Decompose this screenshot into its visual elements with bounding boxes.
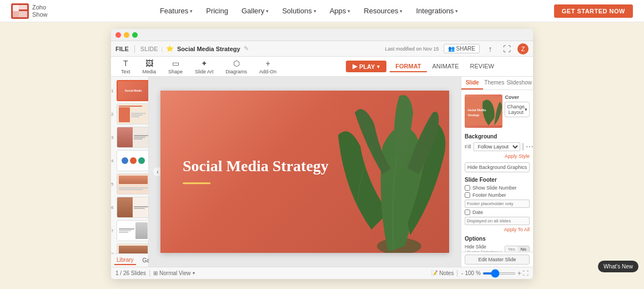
footer-num-label: Footer Number — [472, 192, 506, 198]
zoho-logo-icon — [11, 3, 29, 19]
play-icon: ▶ — [353, 63, 357, 70]
slide-thumb-1[interactable]: Social Media — [117, 80, 148, 101]
tab-review[interactable]: REVIEW — [465, 61, 500, 72]
nav-pricing[interactable]: Pricing — [200, 4, 234, 17]
view-arrow: ▾ — [193, 271, 195, 276]
insert-slide-art-label: Slide Art — [195, 69, 214, 74]
apply-to-all-link[interactable]: Apply To All — [465, 227, 530, 232]
zoom-in-button[interactable]: + — [517, 270, 521, 277]
slide-num-2: 2 — [111, 112, 113, 117]
notes-icon: 📝 — [431, 270, 437, 276]
upload-icon[interactable]: ↑ — [484, 43, 496, 55]
document-name[interactable]: Social Media Strategy — [177, 46, 240, 52]
zoom-slider[interactable] — [482, 272, 516, 275]
bottom-divider-1 — [149, 270, 150, 277]
slide-8-preview — [117, 244, 148, 253]
app-toolbar: FILE SLIDE | ⭐ Social Media Strategy ✎ L… — [111, 41, 533, 57]
play-label: PLAY — [359, 63, 375, 70]
fill-row: Fill Follow Layout Solid Gradient ⋯ — [465, 142, 530, 151]
fill-color-swatch[interactable] — [522, 143, 524, 151]
file-menu[interactable]: FILE — [115, 46, 129, 52]
insert-media[interactable]: 🖼 Media — [138, 58, 161, 76]
hide-slide-label: Hide Slide ( During Slideshow ) — [465, 244, 505, 252]
edit-master-slide-button[interactable]: Edit Master Slide — [465, 255, 530, 265]
fill-options-icon[interactable]: ⋯ — [526, 142, 534, 151]
plant-decoration — [327, 91, 449, 253]
hide-slide-yes[interactable]: Yes — [505, 246, 518, 252]
zoom-out-button[interactable]: - — [461, 270, 463, 277]
slide-art-icon: ✦ — [201, 59, 208, 68]
slide-title: Social Media Strategy — [183, 157, 329, 176]
footer-num-checkbox[interactable] — [465, 192, 470, 198]
insert-slide-art[interactable]: ✦ Slide Art — [190, 58, 218, 76]
slide-thumb-7[interactable] — [117, 220, 148, 241]
change-layout-arrow: ▾ — [525, 107, 527, 112]
nav-apps[interactable]: Apps ▾ — [324, 4, 356, 17]
canvas-area: ‹ — [149, 77, 461, 267]
slide-thumb-8[interactable] — [117, 243, 148, 253]
canvas-text-block[interactable]: Social Media Strategy — [183, 157, 329, 184]
insert-addon[interactable]: + Add-On — [255, 58, 281, 76]
change-layout-button[interactable]: Change Layout ▾ — [505, 102, 530, 117]
grid-view-icon: ⊞ — [153, 270, 158, 276]
tab-themes[interactable]: Themes — [483, 77, 505, 89]
share-button[interactable]: 👥 SHARE — [444, 44, 480, 53]
insert-text[interactable]: T Text — [117, 58, 135, 76]
library-tab[interactable]: Library — [114, 256, 136, 265]
slide-8-wrapper: 8 — [117, 243, 143, 253]
slide-thumb-5[interactable] — [117, 173, 148, 195]
diagrams-icon: ⬡ — [233, 59, 240, 68]
whats-new-badge[interactable]: What's New — [598, 261, 638, 272]
slide-thumb-4[interactable] — [117, 150, 148, 171]
play-arrow: ▾ — [377, 64, 380, 69]
date-placeholder-input[interactable] — [465, 217, 530, 225]
play-button[interactable]: ▶ PLAY ▾ — [346, 61, 386, 72]
fullscreen-zoom-icon[interactable]: ⛶ — [523, 270, 529, 276]
apply-style-link[interactable]: Apply Style — [465, 153, 530, 159]
insert-shape[interactable]: ▭ Shape — [164, 58, 187, 76]
show-slide-num-checkbox[interactable] — [465, 185, 470, 191]
maximize-dot[interactable] — [132, 32, 138, 38]
fullscreen-icon[interactable]: ⛶ — [501, 43, 513, 55]
slide-2-preview — [117, 104, 148, 124]
slide-4-preview — [117, 151, 148, 171]
slide-5-preview — [117, 174, 148, 194]
options-section: Options Hide Slide ( During Slideshow ) … — [465, 236, 530, 252]
date-checkbox[interactable] — [465, 210, 470, 215]
nav-gallery[interactable]: Gallery ▾ — [236, 4, 274, 17]
nav-features[interactable]: Features ▾ — [154, 4, 198, 17]
logo[interactable]: Zoho Show — [11, 3, 48, 19]
insert-diagrams[interactable]: ⬡ Diagrams — [222, 58, 252, 76]
tab-animate[interactable]: ANIMATE — [427, 61, 465, 72]
view-selector[interactable]: ⊞ Normal View ▾ — [153, 270, 195, 276]
hide-slide-no[interactable]: No — [518, 246, 529, 252]
tab-format[interactable]: FORMAT — [390, 61, 426, 72]
slide-num-8: 8 — [111, 252, 113, 254]
slide-canvas[interactable]: Social Media Strategy — [160, 91, 449, 253]
get-started-button[interactable]: GET STARTED NOW — [554, 4, 633, 18]
slide-thumb-6[interactable] — [117, 197, 148, 218]
current-slide-indicator: 1 / 26 Slides — [115, 270, 146, 276]
insert-diagrams-label: Diagrams — [226, 69, 248, 74]
account-icon[interactable]: Z — [517, 43, 529, 54]
nav-solutions[interactable]: Solutions ▾ — [276, 4, 321, 17]
app-window: FILE SLIDE | ⭐ Social Media Strategy ✎ L… — [111, 29, 533, 279]
nav-integrations[interactable]: Integrations ▾ — [410, 4, 464, 17]
close-dot[interactable] — [115, 32, 121, 38]
tab-slide[interactable]: Slide — [461, 77, 483, 89]
format-tabs: FORMAT ANIMATE REVIEW — [390, 61, 500, 72]
slide-thumb-2[interactable] — [117, 103, 148, 124]
insert-toolbar: T Text 🖼 Media ▭ Shape ✦ Slide Art ⬡ Dia… — [111, 57, 533, 77]
nav-resources[interactable]: Resources ▾ — [358, 4, 408, 17]
footer-placeholder-input[interactable] — [465, 200, 530, 208]
notes-button[interactable]: 📝 Notes — [431, 270, 454, 276]
media-icon: 🖼 — [145, 59, 153, 68]
tab-slideshow[interactable]: Slideshow — [505, 77, 533, 89]
svg-text:Strategy: Strategy — [467, 113, 480, 117]
hide-slide-toggle[interactable]: Yes No — [505, 246, 530, 252]
slide-thumb-3[interactable] — [117, 127, 148, 148]
hide-background-button[interactable]: Hide Background Graphics — [465, 162, 530, 172]
fill-select[interactable]: Follow Layout Solid Gradient — [474, 142, 520, 151]
slides-sidebar: 1 Social Media 2 — [111, 77, 149, 267]
minimize-dot[interactable] — [124, 32, 129, 38]
